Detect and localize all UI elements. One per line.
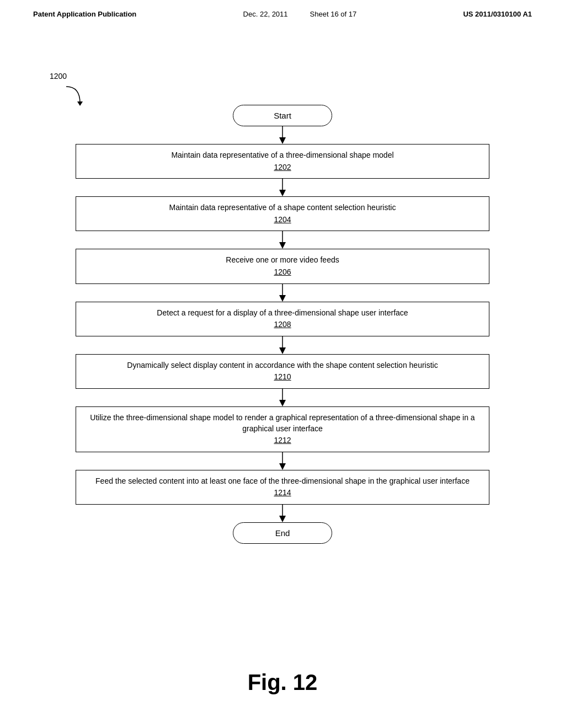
figure-label: Fig. 12: [0, 670, 565, 695]
node-1210-number: 1210: [87, 372, 478, 383]
arrow-7: [277, 452, 288, 470]
node-1208: Detect a request for a display of a thre…: [76, 302, 489, 336]
arrow-4: [277, 284, 288, 302]
node-1214-text: Feed the selected content into at least …: [95, 477, 470, 485]
flowchart-diagram: 1200 Start Maintain data representative …: [33, 72, 532, 618]
node-1208-number: 1208: [87, 319, 478, 330]
node-1208-text: Detect a request for a display of a thre…: [157, 308, 408, 317]
node-1214: Feed the selected content into at least …: [76, 470, 489, 505]
start-node: Start: [233, 105, 332, 126]
svg-marker-8: [279, 295, 286, 302]
arrow-5: [277, 336, 288, 354]
svg-marker-10: [279, 347, 286, 354]
node-1202-number: 1202: [87, 162, 478, 173]
node-1206: Receive one or more video feeds 1206: [76, 249, 489, 283]
node-1210: Dynamically select display content in ac…: [76, 354, 489, 389]
sheet-info: Sheet 16 of 17: [310, 10, 357, 18]
node-1206-number: 1206: [87, 267, 478, 278]
arrow-6: [277, 389, 288, 406]
svg-marker-12: [279, 400, 286, 406]
arrow-3: [277, 231, 288, 249]
node-1204: Maintain data representative of a shape …: [76, 196, 489, 231]
node-1214-number: 1214: [87, 488, 478, 499]
node-1212-number: 1212: [87, 435, 478, 446]
svg-marker-6: [279, 242, 286, 249]
node-1212-text: Utilize the three-dimensional shape mode…: [90, 413, 475, 433]
node-1210-text: Dynamically select display content in ac…: [127, 361, 438, 370]
node-1212: Utilize the three-dimensional shape mode…: [76, 406, 489, 452]
svg-marker-4: [279, 190, 286, 196]
end-node: End: [233, 522, 332, 544]
label-arrow: [63, 84, 86, 106]
page-header: Patent Application Publication Dec. 22, …: [0, 0, 565, 18]
diagram-label: 1200: [50, 72, 67, 81]
node-1202-text: Maintain data representative of a three-…: [171, 151, 393, 159]
node-1204-number: 1204: [87, 215, 478, 226]
arrow-8: [277, 505, 288, 522]
patent-number: US 2011/0310100 A1: [463, 10, 532, 18]
node-1204-text: Maintain data representative of a shape …: [169, 203, 396, 212]
svg-marker-14: [279, 463, 286, 470]
svg-marker-2: [279, 137, 286, 144]
node-1206-text: Receive one or more video feeds: [226, 255, 339, 264]
flow-container: Start Maintain data representative of a …: [33, 105, 532, 544]
publication-date: Dec. 22, 2011: [243, 10, 288, 18]
publication-label: Patent Application Publication: [33, 10, 136, 18]
node-1202: Maintain data representative of a three-…: [76, 144, 489, 179]
arrow-1: [277, 126, 288, 144]
svg-marker-16: [279, 516, 286, 522]
arrow-2: [277, 179, 288, 196]
